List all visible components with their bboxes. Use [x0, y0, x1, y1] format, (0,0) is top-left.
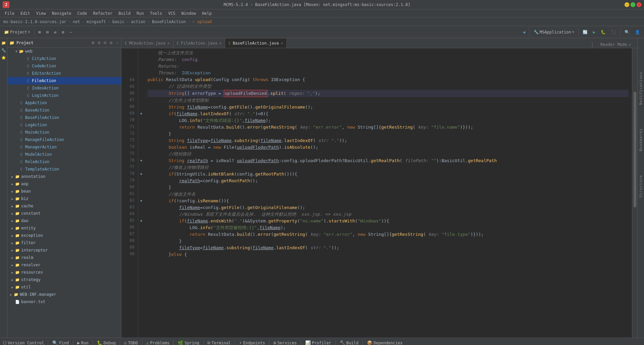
- tool-profiler[interactable]: 📊 Profiler: [305, 340, 331, 345]
- tab-more-button[interactable]: ⋮: [587, 42, 598, 48]
- project-list-icon[interactable]: ≡: [97, 40, 101, 46]
- tree-item-realm[interactable]: ▶ 📁 realm: [7, 254, 121, 261]
- tab-mcmsaction[interactable]: C MCmsAction.java ×: [121, 39, 173, 48]
- toolbar-search[interactable]: 🔍: [623, 27, 632, 37]
- toolbar-expand[interactable]: ⊞: [37, 27, 43, 37]
- toolbar-refresh[interactable]: 🔄: [581, 27, 590, 37]
- project-sync-icon[interactable]: ⊞: [91, 40, 95, 46]
- toolbar-settings[interactable]: ⚙: [60, 27, 66, 37]
- menu-item-file[interactable]: File: [2, 10, 17, 16]
- tree-item-bannertxt[interactable]: 📄 banner.txt: [7, 298, 121, 305]
- tree-item-bean[interactable]: ▶ 📁 bean: [7, 188, 121, 195]
- bc-mingsoft[interactable]: mingsoft: [87, 19, 106, 24]
- tree-item-loginaction[interactable]: C LoginAction: [7, 92, 121, 99]
- toolbar-back[interactable]: ◀: [521, 27, 527, 37]
- menu-item-tools[interactable]: Tools: [147, 10, 165, 16]
- tool-endpoints[interactable]: ⚡ Endpoints: [239, 340, 265, 345]
- tree-item-biz[interactable]: ▶ 📁 biz: [7, 195, 121, 202]
- menu-item-refactor[interactable]: Refactor: [90, 10, 115, 16]
- bc-net[interactable]: net: [73, 19, 80, 24]
- tree-item-annotation[interactable]: ▶ 📁 annotation: [7, 173, 121, 180]
- tree-item-baseaction[interactable]: C BaseAction: [7, 107, 121, 114]
- project-hide-icon[interactable]: —: [115, 40, 119, 46]
- tool-debug[interactable]: 🐛 Debug: [97, 340, 116, 345]
- tree-item-exception[interactable]: ▶ 📁 exception: [7, 232, 121, 239]
- tree-item-dao[interactable]: ▶ 📁 dao: [7, 217, 121, 224]
- tree-item-webinf[interactable]: ▶ 📁 WEB-INF.manager: [7, 291, 121, 298]
- tree-item-manageraction[interactable]: C ManagerAction: [7, 143, 121, 151]
- tool-problems[interactable]: ⚠ Problems: [146, 340, 170, 345]
- tree-item-resources[interactable]: ▶ 📁 resources: [7, 269, 121, 276]
- project-filter-icon[interactable]: ⊟: [103, 40, 107, 46]
- project-settings-icon[interactable]: ⚙: [109, 40, 113, 46]
- menu-item-build[interactable]: Build: [116, 10, 133, 16]
- menu-item-help[interactable]: Help: [199, 10, 214, 16]
- tool-terminal[interactable]: ⊡ Terminal: [208, 340, 231, 345]
- tree-item-filter[interactable]: ▶ 📁 filter: [7, 239, 121, 247]
- left-strip-icon2[interactable]: 🔧: [0, 47, 7, 54]
- tree-item-aop[interactable]: ▶ 📁 aop: [7, 180, 121, 188]
- tree-item-mainaction[interactable]: C MainAction: [7, 129, 121, 136]
- left-strip-icon1[interactable]: 📁: [0, 40, 7, 46]
- tree-item-indexaction[interactable]: C IndexAction: [7, 84, 121, 92]
- bc-basefileaction[interactable]: BaseFileAction: [152, 19, 186, 24]
- tree-item-logaction[interactable]: C LogAction: [7, 121, 121, 129]
- tree-item-entity[interactable]: ▶ 📁 entity: [7, 224, 121, 232]
- maximize-button[interactable]: □: [631, 2, 635, 7]
- tab-close-fileaction[interactable]: ×: [219, 41, 222, 46]
- reader-mode-button[interactable]: Reader Mode ✓: [598, 41, 634, 48]
- bookmarks-label[interactable]: Bookmarks: [639, 128, 643, 151]
- tree-item-managefileaction[interactable]: C ManageFileAction: [7, 136, 121, 143]
- left-strip-icon3[interactable]: ⭐: [0, 54, 7, 61]
- toolbar-collapse[interactable]: ⊟: [44, 27, 51, 37]
- toolbar-profile[interactable]: 👤: [633, 27, 642, 37]
- tool-services[interactable]: ⚙ Services: [273, 340, 297, 345]
- tree-item-constant[interactable]: ▶ 📁 constant: [7, 210, 121, 217]
- menu-item-window[interactable]: Window: [179, 10, 199, 16]
- toolbar-debug[interactable]: 🐛: [599, 27, 608, 37]
- tree-item-resolver[interactable]: ▶ 📁 resolver: [7, 261, 121, 269]
- tree-item-editoraction[interactable]: C EditorAction: [7, 70, 121, 77]
- tree-item-cityaction[interactable]: C CityAction: [7, 55, 121, 62]
- menu-item-code[interactable]: Code: [75, 10, 90, 16]
- bc-basic[interactable]: basic: [112, 19, 124, 24]
- tree-item-roleaction[interactable]: C RoleAction: [7, 158, 121, 165]
- bc-action[interactable]: action: [131, 19, 145, 24]
- scrollbar-thumb[interactable]: [634, 92, 636, 208]
- tool-dependencies[interactable]: 📦 Dependencies: [367, 340, 403, 345]
- toolbar-stop[interactable]: ⬛: [609, 27, 618, 37]
- notifications-label[interactable]: Notifications: [639, 72, 643, 105]
- tab-fileaction[interactable]: C FileAction.java ×: [173, 39, 225, 48]
- tab-close-basefileaction[interactable]: ×: [281, 41, 283, 46]
- ms-application-btn[interactable]: 🔧 MSApplication ▼: [532, 27, 576, 37]
- tree-item-templateaction[interactable]: C TemplateAction: [7, 165, 121, 173]
- toolbar-build-run[interactable]: ▶: [591, 27, 597, 37]
- structure-label[interactable]: Structure: [639, 175, 643, 198]
- bc-upload[interactable]: ⚡ upload: [192, 19, 212, 24]
- menu-item-view[interactable]: View: [34, 10, 49, 16]
- tree-item-modelaction[interactable]: C ModelAction: [7, 151, 121, 158]
- tree-item-interceptor[interactable]: ▶ 📁 interceptor: [7, 247, 121, 254]
- menu-item-run[interactable]: Run: [134, 10, 147, 16]
- tree-item-appaction[interactable]: C AppAction: [7, 99, 121, 107]
- tree-item-strategy[interactable]: ▶ 📁 strategy: [7, 276, 121, 283]
- close-button[interactable]: ✕: [637, 2, 641, 7]
- tab-basefileaction[interactable]: C BaseFileAction.java ×: [225, 39, 287, 48]
- tool-find[interactable]: 🔍 Find: [52, 340, 69, 345]
- menu-item-navigate[interactable]: Navigate: [49, 10, 74, 16]
- tree-item-cache[interactable]: ▶ 📁 cache: [7, 202, 121, 210]
- tree-item-fileaction[interactable]: C FileAction: [7, 77, 121, 84]
- tree-container[interactable]: ▼ 📂 web C CityAction C CodeAction C Edit…: [7, 48, 121, 338]
- menu-item-edit[interactable]: Edit: [18, 10, 33, 16]
- tool-todo[interactable]: ☑ TODO: [124, 340, 138, 345]
- tree-item-codeaction[interactable]: C CodeAction: [7, 62, 121, 70]
- scrollbar-area[interactable]: [632, 48, 637, 338]
- tool-run[interactable]: ▶ Run: [77, 340, 89, 345]
- tool-build[interactable]: 🔨 Build: [340, 340, 359, 345]
- menu-item-vcs[interactable]: VCS: [165, 10, 178, 16]
- toolbar-autoscroll[interactable]: ⇄: [52, 27, 58, 37]
- tree-item-web[interactable]: ▼ 📂 web: [7, 48, 121, 55]
- tool-spring[interactable]: 🌿 Spring: [178, 340, 199, 345]
- bc-jar[interactable]: ms-basic-2.1.8-sources.jar: [3, 19, 66, 24]
- project-dropdown[interactable]: 📁 Project ▼: [2, 27, 32, 37]
